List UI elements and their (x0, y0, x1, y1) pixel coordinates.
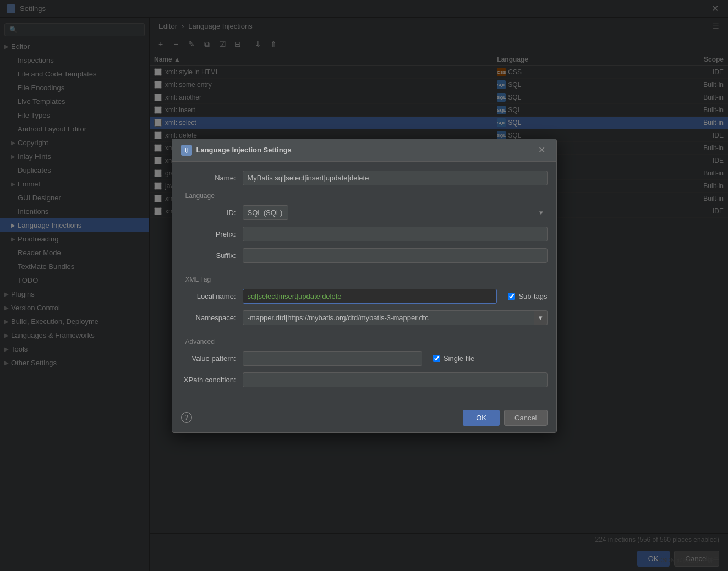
section-divider-2 (181, 332, 548, 332)
single-file-row: Single file (433, 354, 474, 363)
modal-body: Name: Language ID: SQL (SQL) Prefix: (172, 162, 556, 403)
name-input[interactable] (243, 171, 548, 185)
language-injection-settings-modal: ij Language Injection Settings ✕ Name: L… (172, 139, 557, 433)
sub-tags-checkbox[interactable] (508, 293, 515, 300)
suffix-label: Suffix: (181, 251, 236, 260)
suffix-row: Suffix: (181, 248, 548, 263)
namespace-label: Namespace: (181, 314, 236, 322)
modal-close-button[interactable]: ✕ (537, 145, 548, 156)
id-select-wrapper: SQL (SQL) (243, 205, 548, 220)
modal-title-bar: ij Language Injection Settings ✕ (172, 139, 556, 162)
value-pattern-input[interactable] (243, 351, 422, 366)
suffix-input[interactable] (243, 248, 548, 263)
xpath-label: XPath condition: (181, 376, 236, 384)
value-pattern-row: Value pattern: Single file (181, 351, 548, 366)
local-name-label: Local name: (181, 292, 236, 300)
modal-cancel-button[interactable]: Cancel (504, 410, 547, 426)
local-name-row: Local name: Sub-tags (181, 289, 548, 304)
modal-title: Language Injection Settings (196, 146, 532, 154)
help-button[interactable]: ? (181, 412, 192, 423)
help-icon-text: ? (184, 414, 188, 421)
namespace-dropdown-button[interactable]: ▾ (534, 310, 548, 325)
modal-icon-text: ij (185, 147, 188, 153)
sub-tags-row: Sub-tags (508, 292, 547, 300)
namespace-wrapper: ▾ (243, 310, 548, 325)
value-pattern-label: Value pattern: (181, 354, 236, 363)
id-row: ID: SQL (SQL) (181, 205, 548, 220)
prefix-row: Prefix: (181, 227, 548, 241)
xpath-row: XPath condition: (181, 372, 548, 387)
id-label: ID: (181, 208, 236, 217)
single-file-checkbox[interactable] (433, 355, 440, 362)
namespace-row: Namespace: ▾ (181, 310, 548, 325)
name-row: Name: (181, 171, 548, 185)
namespace-input[interactable] (243, 310, 534, 325)
xpath-input[interactable] (243, 372, 548, 387)
language-section-title: Language (181, 192, 548, 200)
advanced-section-title: Advanced (181, 338, 548, 345)
sub-tags-label: Sub-tags (518, 292, 547, 300)
xml-tag-section-title: XML Tag (181, 276, 548, 283)
section-divider-1 (181, 270, 548, 270)
prefix-label: Prefix: (181, 230, 236, 238)
id-select[interactable]: SQL (SQL) (243, 205, 288, 220)
name-label: Name: (181, 174, 236, 182)
local-name-input[interactable] (243, 289, 497, 304)
modal-footer: ? OK Cancel (172, 403, 556, 432)
prefix-input[interactable] (243, 227, 548, 241)
modal-ok-button[interactable]: OK (463, 410, 500, 426)
modal-overlay[interactable]: ij Language Injection Settings ✕ Name: L… (0, 0, 728, 571)
footer-buttons: OK Cancel (463, 410, 547, 426)
modal-app-icon: ij (181, 145, 192, 156)
single-file-label: Single file (444, 354, 474, 363)
